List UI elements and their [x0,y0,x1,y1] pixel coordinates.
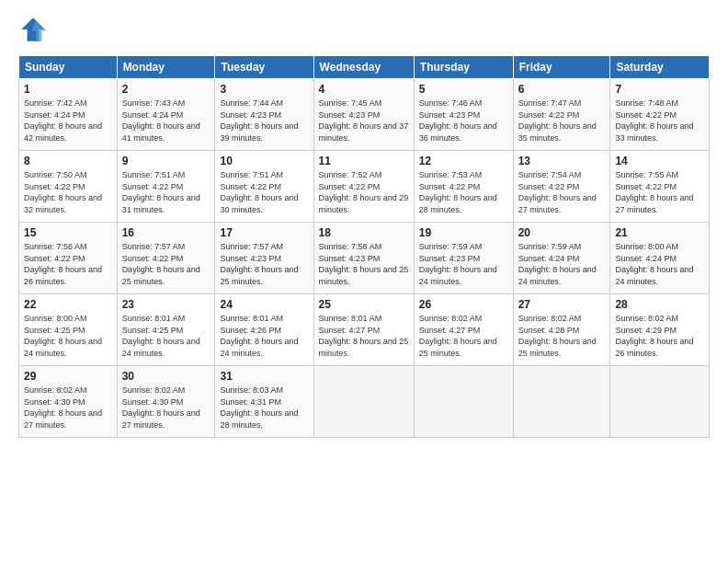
calendar-cell: 7 Sunrise: 7:48 AMSunset: 4:22 PMDayligh… [610,79,710,151]
column-header-saturday: Saturday [610,56,710,79]
day-number: 10 [220,155,308,167]
day-detail: Sunrise: 7:59 AMSunset: 4:23 PMDaylight:… [419,242,497,286]
calendar-cell: 20 Sunrise: 7:59 AMSunset: 4:24 PMDaylig… [513,223,610,294]
day-detail: Sunrise: 7:42 AMSunset: 4:24 PMDaylight:… [24,98,102,143]
day-number: 21 [615,226,704,239]
calendar-cell: 14 Sunrise: 7:55 AMSunset: 4:22 PMDaylig… [610,151,710,223]
day-number: 20 [518,226,606,239]
day-detail: Sunrise: 7:52 AMSunset: 4:22 PMDaylight:… [319,170,409,214]
calendar-cell: 22 Sunrise: 8:00 AMSunset: 4:25 PMDaylig… [19,294,118,366]
calendar-table: SundayMondayTuesdayWednesdayThursdayFrid… [18,55,710,438]
day-number: 19 [419,226,508,239]
column-header-friday: Friday [513,56,610,79]
calendar-cell: 9 Sunrise: 7:51 AMSunset: 4:22 PMDayligh… [117,151,215,223]
calendar-cell: 25 Sunrise: 8:01 AMSunset: 4:27 PMDaylig… [313,294,414,366]
header [18,15,710,44]
day-number: 5 [419,83,508,96]
day-detail: Sunrise: 8:01 AMSunset: 4:27 PMDaylight:… [319,314,409,358]
logo [18,15,51,44]
day-detail: Sunrise: 8:03 AMSunset: 4:31 PMDaylight:… [220,385,298,430]
calendar-cell: 6 Sunrise: 7:47 AMSunset: 4:22 PMDayligh… [513,79,610,151]
calendar-cell: 23 Sunrise: 8:01 AMSunset: 4:25 PMDaylig… [117,294,215,366]
week-row-5: 29 Sunrise: 8:02 AMSunset: 4:30 PMDaylig… [19,366,710,438]
calendar-body: 1 Sunrise: 7:42 AMSunset: 4:24 PMDayligh… [19,79,710,438]
calendar-cell: 27 Sunrise: 8:02 AMSunset: 4:28 PMDaylig… [513,294,610,366]
day-number: 3 [220,83,308,96]
day-detail: Sunrise: 7:48 AMSunset: 4:22 PMDaylight:… [615,98,693,143]
day-detail: Sunrise: 7:58 AMSunset: 4:23 PMDaylight:… [319,242,409,286]
column-header-sunday: Sunday [19,56,118,79]
day-detail: Sunrise: 8:01 AMSunset: 4:26 PMDaylight:… [220,314,298,358]
day-number: 12 [419,155,508,167]
day-detail: Sunrise: 7:43 AMSunset: 4:24 PMDaylight:… [122,98,200,143]
day-number: 28 [615,298,704,311]
calendar-header-row: SundayMondayTuesdayWednesdayThursdayFrid… [19,56,710,79]
day-detail: Sunrise: 7:55 AMSunset: 4:22 PMDaylight:… [615,170,693,214]
day-detail: Sunrise: 7:45 AMSunset: 4:23 PMDaylight:… [319,98,409,143]
day-number: 8 [24,155,112,167]
day-detail: Sunrise: 8:02 AMSunset: 4:30 PMDaylight:… [24,385,102,430]
day-number: 6 [518,83,606,96]
day-detail: Sunrise: 7:56 AMSunset: 4:22 PMDaylight:… [24,242,102,286]
day-number: 29 [24,370,112,383]
column-header-wednesday: Wednesday [313,56,414,79]
calendar-cell: 2 Sunrise: 7:43 AMSunset: 4:24 PMDayligh… [117,79,215,151]
day-number: 13 [518,155,606,167]
calendar-cell: 13 Sunrise: 7:54 AMSunset: 4:22 PMDaylig… [513,151,610,223]
week-row-4: 22 Sunrise: 8:00 AMSunset: 4:25 PMDaylig… [19,294,710,366]
day-number: 23 [122,298,210,311]
day-number: 15 [24,226,112,239]
calendar-cell: 31 Sunrise: 8:03 AMSunset: 4:31 PMDaylig… [215,366,313,438]
day-number: 26 [419,298,508,311]
calendar-cell: 11 Sunrise: 7:52 AMSunset: 4:22 PMDaylig… [313,151,414,223]
day-number: 22 [24,298,112,311]
day-number: 7 [615,83,704,96]
day-detail: Sunrise: 7:53 AMSunset: 4:22 PMDaylight:… [419,170,497,214]
day-number: 27 [518,298,606,311]
day-number: 4 [319,83,409,96]
day-number: 18 [319,226,409,239]
calendar-cell [513,366,610,438]
day-number: 2 [122,83,210,96]
day-detail: Sunrise: 8:02 AMSunset: 4:29 PMDaylight:… [615,314,693,358]
day-detail: Sunrise: 7:44 AMSunset: 4:23 PMDaylight:… [220,98,298,143]
column-header-thursday: Thursday [414,56,513,79]
day-detail: Sunrise: 8:01 AMSunset: 4:25 PMDaylight:… [122,314,200,358]
day-number: 1 [24,83,112,96]
day-number: 11 [319,155,409,167]
calendar-cell [610,366,710,438]
day-detail: Sunrise: 7:54 AMSunset: 4:22 PMDaylight:… [518,170,597,214]
week-row-1: 1 Sunrise: 7:42 AMSunset: 4:24 PMDayligh… [19,79,710,151]
calendar-cell: 18 Sunrise: 7:58 AMSunset: 4:23 PMDaylig… [313,223,414,294]
logo-icon [18,15,48,44]
calendar-cell: 17 Sunrise: 7:57 AMSunset: 4:23 PMDaylig… [215,223,313,294]
calendar-cell: 1 Sunrise: 7:42 AMSunset: 4:24 PMDayligh… [19,79,118,151]
calendar-cell: 28 Sunrise: 8:02 AMSunset: 4:29 PMDaylig… [610,294,710,366]
day-detail: Sunrise: 8:02 AMSunset: 4:30 PMDaylight:… [122,385,200,430]
day-detail: Sunrise: 7:47 AMSunset: 4:22 PMDaylight:… [518,98,597,143]
calendar-cell: 10 Sunrise: 7:51 AMSunset: 4:22 PMDaylig… [215,151,313,223]
day-detail: Sunrise: 7:51 AMSunset: 4:22 PMDaylight:… [220,170,298,214]
calendar-cell: 21 Sunrise: 8:00 AMSunset: 4:24 PMDaylig… [610,223,710,294]
day-detail: Sunrise: 8:02 AMSunset: 4:27 PMDaylight:… [419,314,497,358]
calendar-cell: 29 Sunrise: 8:02 AMSunset: 4:30 PMDaylig… [19,366,118,438]
day-detail: Sunrise: 7:57 AMSunset: 4:22 PMDaylight:… [122,242,200,286]
day-number: 14 [615,155,704,167]
calendar-cell: 3 Sunrise: 7:44 AMSunset: 4:23 PMDayligh… [215,79,313,151]
day-number: 30 [122,370,210,383]
day-detail: Sunrise: 7:57 AMSunset: 4:23 PMDaylight:… [220,242,298,286]
day-number: 24 [220,298,308,311]
calendar-cell: 12 Sunrise: 7:53 AMSunset: 4:22 PMDaylig… [414,151,513,223]
day-number: 25 [319,298,409,311]
column-header-tuesday: Tuesday [215,56,313,79]
day-detail: Sunrise: 7:50 AMSunset: 4:22 PMDaylight:… [24,170,102,214]
week-row-2: 8 Sunrise: 7:50 AMSunset: 4:22 PMDayligh… [19,151,710,223]
day-number: 31 [220,370,308,383]
calendar-cell [414,366,513,438]
calendar-cell: 24 Sunrise: 8:01 AMSunset: 4:26 PMDaylig… [215,294,313,366]
calendar-cell: 15 Sunrise: 7:56 AMSunset: 4:22 PMDaylig… [19,223,118,294]
day-number: 9 [122,155,210,167]
calendar-cell: 8 Sunrise: 7:50 AMSunset: 4:22 PMDayligh… [19,151,118,223]
calendar-cell: 4 Sunrise: 7:45 AMSunset: 4:23 PMDayligh… [313,79,414,151]
calendar-cell: 26 Sunrise: 8:02 AMSunset: 4:27 PMDaylig… [414,294,513,366]
